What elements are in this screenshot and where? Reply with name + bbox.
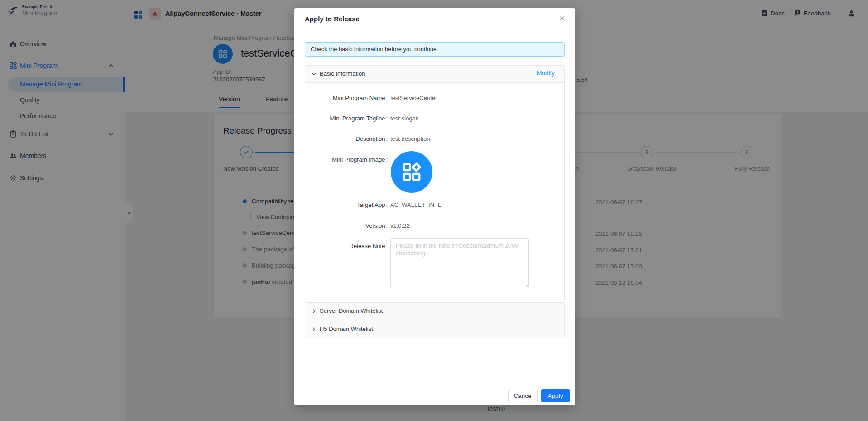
field-row-version: Version v1.0.22 [305,222,565,230]
field-row-tagline: Mini Program Tagline test slogan. [305,115,565,123]
chevron-right-icon [312,309,317,314]
section-title: Basic Information [320,70,365,77]
field-value: test slogan. [390,115,421,123]
field-label: Mini Program Image [305,156,388,164]
h5-domain-whitelist-header[interactable]: H5 Domain Whitelist [305,320,564,338]
mini-program-glyph-icon [401,162,422,182]
close-icon[interactable]: ✕ [557,14,566,23]
field-label: Version [305,222,388,230]
field-label: Target App [305,201,388,209]
server-domain-whitelist-header[interactable]: Server Domain Whitelist [305,303,564,320]
field-label: Description [305,135,388,143]
cancel-button[interactable]: Cancel [508,389,538,402]
field-row-description: Description test description. [305,135,565,143]
field-value: test description. [390,135,432,143]
modal-header: Apply to Release ✕ [294,8,575,30]
field-label: Mini Program Tagline [305,115,388,123]
info-alert: Check the basic information before you c… [305,42,565,57]
basic-information-header[interactable]: Basic Information Modify [305,66,564,83]
modal-title: Apply to Release [305,15,360,23]
apply-to-release-modal: Apply to Release ✕ Check the basic infor… [294,8,575,405]
modal-footer-divider [294,386,575,386]
section-title: Server Domain Whitelist [320,307,383,314]
screen: Example Pte Ltd Mini Program Overview Mi… [0,0,868,421]
apply-button[interactable]: Apply [541,389,570,402]
mini-program-image [391,151,432,193]
release-note-input[interactable] [390,238,529,288]
field-row-name: Mini Program Name testServiceCenter [305,94,565,102]
field-value: testServiceCenter [390,94,437,102]
field-row-image: Mini Program Image [305,156,565,164]
chevron-right-icon [312,327,317,332]
field-label: Mini Program Name [305,94,388,102]
info-alert-text: Check the basic information before you c… [311,46,438,53]
field-value: v1.0.22 [390,222,410,230]
modify-link[interactable]: Modify [537,70,555,77]
field-row-target: Target App AC_WALLET_INTL [305,201,565,209]
chevron-down-icon [312,72,317,77]
field-label: Release Note [305,242,388,250]
section-title: H5 Domain Whitelist [320,325,373,332]
whitelist-panels: Server Domain Whitelist H5 Domain Whitel… [305,302,565,338]
field-value: AC_WALLET_INTL [390,201,441,209]
